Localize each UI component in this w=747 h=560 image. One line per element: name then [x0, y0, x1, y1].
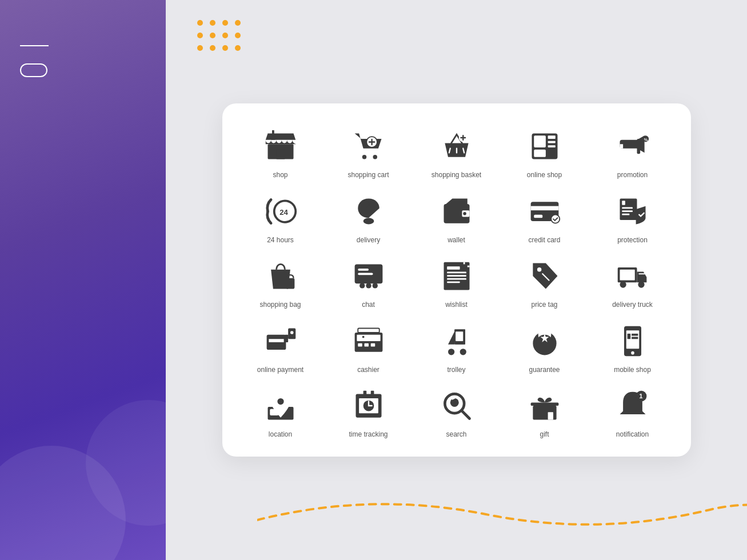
delivery-truck-label: delivery truck — [612, 301, 653, 310]
wallet-label: wallet — [448, 236, 465, 245]
protection-icon — [613, 191, 653, 231]
svg-point-5 — [373, 155, 377, 159]
svg-point-50 — [537, 267, 541, 272]
search-label: search — [446, 430, 466, 439]
icon-item-chat: chat — [327, 256, 410, 310]
icon-item-time-tracking: time tracking — [327, 386, 410, 439]
svg-text:1: 1 — [639, 393, 642, 399]
svg-rect-55 — [620, 270, 634, 281]
icon-item-trolley: trolley — [416, 321, 498, 375]
svg-rect-85 — [370, 391, 374, 395]
svg-point-4 — [362, 155, 366, 159]
dot — [222, 45, 228, 51]
svg-point-68 — [362, 335, 364, 338]
svg-rect-35 — [286, 278, 294, 289]
svg-rect-14 — [548, 135, 555, 139]
svg-rect-66 — [370, 343, 375, 347]
svg-point-70 — [448, 349, 454, 355]
online-payment-label: online payment — [257, 366, 303, 375]
shop-icon — [261, 126, 301, 166]
svg-rect-45 — [447, 275, 466, 277]
shop-label: shop — [273, 171, 287, 180]
svg-rect-32 — [622, 207, 633, 209]
icon-item-gift: gift — [504, 386, 586, 439]
icon-item-shopping-cart: shopping cart — [327, 126, 410, 180]
svg-rect-44 — [447, 272, 466, 274]
dot — [235, 45, 241, 51]
icon-item-wallet: wallet — [416, 191, 498, 245]
wishlist-icon — [437, 256, 477, 296]
location-icon — [261, 386, 301, 426]
svg-rect-60 — [285, 335, 288, 342]
guarantee-label: guarantee — [529, 366, 560, 375]
dot — [235, 33, 241, 38]
svg-rect-37 — [358, 269, 369, 271]
cashier-icon — [349, 321, 389, 361]
24hours-icon: 24 — [261, 191, 301, 231]
icons-grid: shopshopping cartshopping basketonline s… — [239, 126, 674, 439]
svg-rect-63 — [357, 335, 380, 341]
svg-rect-34 — [622, 213, 629, 215]
svg-rect-38 — [358, 273, 373, 275]
icon-item-delivery: delivery — [327, 191, 410, 245]
svg-rect-67 — [358, 328, 380, 333]
svg-rect-2 — [271, 134, 275, 139]
svg-point-22 — [363, 218, 374, 224]
icon-card: shopshopping cartshopping basketonline s… — [222, 103, 691, 457]
price-tag-icon — [525, 256, 565, 296]
search-icon — [437, 386, 477, 426]
dot — [210, 45, 215, 51]
dot — [222, 20, 228, 26]
shopping-basket-label: shopping basket — [432, 171, 481, 180]
svg-rect-13 — [534, 150, 546, 157]
svg-rect-76 — [626, 330, 639, 349]
shopping-bag-label: shopping bag — [259, 301, 301, 310]
icon-item-promotion: %promotion — [592, 126, 674, 180]
right-panel: shopshopping cartshopping basketonline s… — [166, 0, 747, 560]
cashier-label: cashier — [357, 366, 380, 375]
svg-rect-89 — [530, 403, 558, 406]
svg-point-79 — [277, 398, 283, 405]
delivery-icon — [349, 191, 389, 231]
icon-item-online-payment: online payment — [239, 321, 322, 375]
protection-label: protection — [617, 236, 648, 245]
svg-rect-91 — [548, 413, 553, 420]
mobile-shop-label: mobile shop — [614, 366, 651, 375]
location-label: location — [269, 430, 292, 439]
price-tag-label: price tag — [531, 301, 557, 310]
svg-rect-27 — [530, 206, 558, 210]
divider — [20, 45, 49, 46]
icon-item-notification: 1notification — [592, 386, 674, 439]
svg-rect-58 — [269, 339, 283, 342]
gift-label: gift — [540, 430, 549, 439]
credit-card-icon — [525, 191, 565, 231]
dashed-curve-decoration — [257, 486, 747, 543]
wallet-icon — [437, 191, 477, 231]
svg-point-39 — [359, 283, 365, 288]
icon-item-cashier: cashier — [327, 321, 410, 375]
24hours-label: 24 hours — [267, 236, 294, 245]
wishlist-label: wishlist — [445, 301, 468, 310]
dot — [197, 33, 203, 38]
svg-point-88 — [450, 398, 458, 407]
svg-rect-1 — [276, 150, 285, 159]
delivery-truck-icon — [613, 256, 653, 296]
dot — [210, 20, 215, 26]
online-shop-icon — [525, 126, 565, 166]
svg-rect-15 — [548, 141, 555, 143]
chat-icon — [349, 256, 389, 296]
icon-item-shopping-bag: shopping bag — [239, 256, 322, 310]
dot — [222, 33, 228, 38]
time-tracking-icon — [349, 386, 389, 426]
glyph-badge — [20, 63, 47, 77]
online-payment-icon — [261, 321, 301, 361]
shopping-cart-icon — [349, 126, 389, 166]
icon-item-guarantee: guarantee — [504, 321, 586, 375]
guarantee-icon — [525, 321, 565, 361]
icon-item-credit-card: credit card — [504, 191, 586, 245]
svg-rect-46 — [447, 278, 466, 280]
dot — [210, 33, 215, 38]
svg-rect-43 — [447, 266, 460, 270]
left-panel — [0, 0, 166, 560]
svg-text:%: % — [644, 137, 648, 142]
